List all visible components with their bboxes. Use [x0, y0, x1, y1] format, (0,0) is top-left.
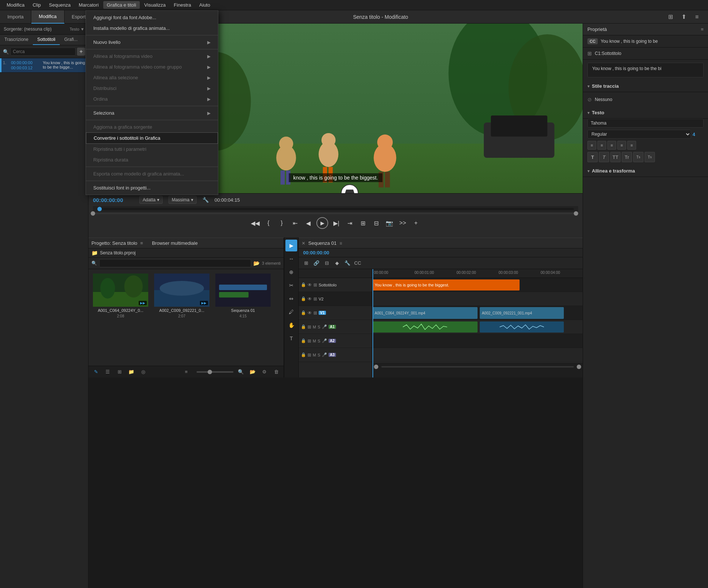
menu-modifica[interactable]: Modifica	[3, 1, 28, 9]
menu-sequenza[interactable]: Sequenza	[45, 1, 74, 9]
tl-scroll-right[interactable]	[577, 365, 581, 369]
grid-tool[interactable]: ⊞	[115, 368, 124, 376]
text-bold-btn[interactable]: T	[587, 152, 598, 162]
v1-lock-icon[interactable]: 🔒	[301, 310, 306, 315]
ripple-tool[interactable]: ⊕	[285, 266, 297, 278]
go-out-button[interactable]: ⇥	[344, 218, 355, 228]
play-button[interactable]: ▶	[316, 217, 328, 229]
mark-in2-button[interactable]: }	[277, 218, 287, 228]
audio-clip-1[interactable]	[372, 321, 478, 333]
add-marker-button[interactable]: +	[411, 218, 421, 228]
tl-scroll-bar[interactable]	[381, 366, 574, 368]
menu-seleziona[interactable]: Seleziona ▶	[86, 108, 218, 118]
a1-s-btn[interactable]: S	[317, 325, 320, 329]
circle-tool[interactable]: ◎	[139, 368, 148, 376]
menu-tool[interactable]: ≡	[182, 368, 191, 376]
fit-dropdown[interactable]: Adatta ▾	[139, 196, 163, 204]
menu-aggiungi-font[interactable]: Aggiungi font da font Adobe...	[86, 12, 218, 23]
a2-s-btn[interactable]: S	[317, 339, 320, 343]
a3-m-btn[interactable]: M	[313, 353, 316, 357]
slip-tool[interactable]: ⇔	[285, 293, 297, 305]
text-italic-btn[interactable]: T	[599, 152, 609, 162]
subtitle-item-1[interactable]: 1. 00:00:00:00 00:00:03:12 You know , th…	[0, 58, 88, 73]
workspace-icon[interactable]: ⊞	[665, 12, 676, 22]
a3-track-icon[interactable]: ⊞	[308, 352, 311, 358]
seq-menu-icon[interactable]: ≡	[340, 241, 342, 246]
align-center-btn[interactable]: ≡	[597, 141, 606, 150]
thumbnail-item-1[interactable]: ▶▶ A001_C064_09224Y_0... 2:08	[93, 274, 148, 361]
timeline-close-icon[interactable]: ✕	[302, 241, 305, 246]
text-smallcaps-btn[interactable]: Tr	[622, 152, 632, 162]
align-justify2-btn[interactable]: ≡	[627, 141, 636, 150]
scrubber-tick-bar[interactable]	[93, 206, 578, 212]
pen-tool[interactable]: 🖊	[285, 306, 297, 318]
list-tool[interactable]: ☰	[103, 368, 112, 376]
v1-eye-icon[interactable]: 👁	[308, 310, 312, 316]
mark-out-button[interactable]: {	[263, 218, 274, 228]
add-marker-tl-btn[interactable]: ⊞	[302, 259, 310, 268]
tab-importa[interactable]: Importa	[0, 10, 31, 24]
wrench-tl-btn[interactable]: 🔧	[343, 259, 352, 268]
folder-tool[interactable]: 📁	[127, 368, 136, 376]
menu-finestra[interactable]: Finestra	[170, 1, 195, 9]
text-sub-btn[interactable]: Ts	[645, 152, 655, 162]
a2-mic-icon[interactable]: 🎤	[322, 338, 327, 343]
a2-m-btn[interactable]: M	[313, 339, 316, 343]
menu-grafica[interactable]: Grafica e titoli	[103, 1, 140, 9]
menu-icon[interactable]: ≡	[692, 12, 702, 22]
menu-installa-modello[interactable]: Installa modello di grafica animata...	[86, 23, 218, 34]
menu-clip[interactable]: Clip	[29, 1, 44, 9]
search-tool[interactable]: 🔍	[236, 368, 245, 376]
step-forward-button[interactable]: ▶|	[331, 218, 341, 228]
tab-modifica[interactable]: Modifica	[31, 10, 64, 24]
section-testo[interactable]: ▾ Testo	[583, 107, 708, 119]
playhead[interactable]	[372, 269, 373, 377]
razor-tool[interactable]: ✂	[285, 279, 297, 291]
properties-menu-icon[interactable]: ≡	[701, 27, 704, 32]
a3-mic-icon[interactable]: 🎤	[322, 352, 327, 357]
a2-track-icon[interactable]: ⊞	[308, 338, 311, 344]
pencil-tool[interactable]: ✎	[91, 368, 100, 376]
settings-tool[interactable]: ⚙	[260, 368, 269, 376]
step-back-button[interactable]: ◀	[303, 218, 313, 228]
a1-lock-icon[interactable]: 🔒	[301, 324, 306, 329]
section-stile-traccia[interactable]: ▾ Stile traccia	[583, 80, 708, 92]
subtitle-search-input[interactable]	[10, 48, 76, 56]
subtitle-tl-btn[interactable]: CC	[353, 259, 362, 268]
quality-dropdown[interactable]: Massima ▾	[169, 196, 197, 204]
marker-btn[interactable]: ◆	[333, 259, 341, 268]
go-in-button[interactable]: ⇤	[290, 218, 300, 228]
text-allcaps-btn[interactable]: TT	[610, 152, 621, 162]
overwrite-button[interactable]: ⊟	[371, 218, 381, 228]
thumbnail-item-2[interactable]: ▶▶ A002_C009_092221_0... 2:07	[154, 274, 209, 361]
insert-button[interactable]: ⊞	[358, 218, 368, 228]
section-allinea[interactable]: ▾ Allinea e trasforma	[583, 165, 708, 177]
v2-lock-icon[interactable]: 🔒	[301, 296, 306, 301]
align-right-btn[interactable]: ≡	[607, 141, 616, 150]
a1-track-icon[interactable]: ⊞	[308, 324, 311, 330]
zoom-thumb[interactable]	[208, 370, 212, 374]
tab-trascrizione[interactable]: Trascrizione	[0, 35, 33, 45]
v1-track-icon[interactable]: ⊞	[313, 310, 317, 316]
project-search-input[interactable]	[99, 259, 251, 267]
track-select-tool[interactable]: ↔	[285, 253, 297, 265]
v2-track-icon[interactable]: ⊞	[313, 296, 317, 302]
video-clip-2[interactable]: A002_C009_092221_001.mp4	[480, 307, 564, 319]
subtitle-track-icon[interactable]: ⊞	[313, 282, 317, 288]
tab-grafi[interactable]: Grafi...	[60, 35, 82, 45]
link-btn[interactable]: 🔗	[312, 259, 321, 268]
tab-sottotitoli[interactable]: Sottotitoli	[33, 35, 60, 45]
export-icon[interactable]: ⬆	[678, 12, 689, 22]
a1-mic-icon[interactable]: 🎤	[322, 324, 327, 329]
subtitle-eye-icon[interactable]: 👁	[308, 282, 312, 288]
menu-nuovo-livello[interactable]: Nuovo livello ▶	[86, 37, 218, 48]
align-left-btn[interactable]: ≡	[587, 141, 596, 150]
a1-m-btn[interactable]: M	[313, 325, 316, 329]
type-tool[interactable]: T	[285, 333, 297, 344]
thumbnail-item-3[interactable]: Sequenza 01 4:15	[215, 274, 271, 361]
video-clip-1[interactable]: A001_C064_09224Y_001.mp4	[372, 307, 478, 319]
subtitle-lock-icon[interactable]: 🔒	[301, 282, 306, 287]
subtitle-clip[interactable]: You know , this is going to be the bigge…	[372, 279, 520, 290]
camera-button[interactable]: 📷	[384, 218, 395, 228]
selection-tool[interactable]: ▶	[285, 240, 297, 251]
